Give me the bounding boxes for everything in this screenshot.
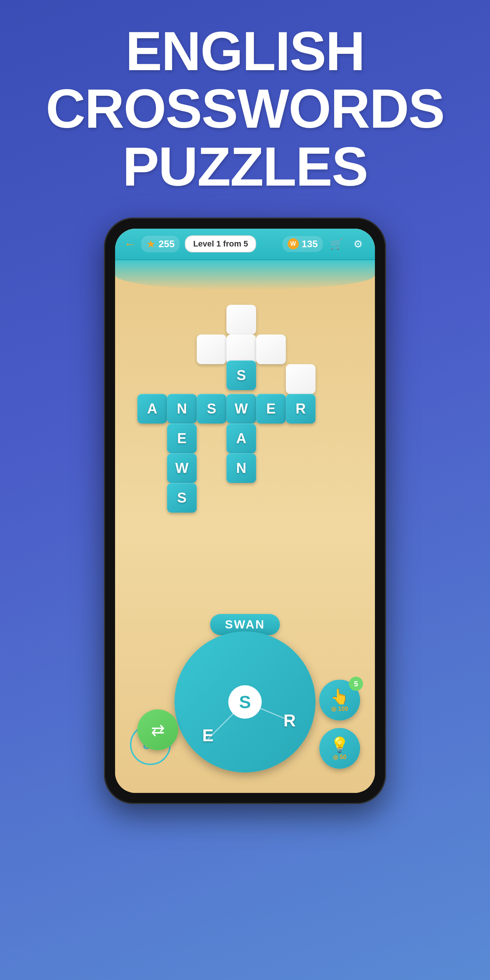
- wheel-center-letter: S: [228, 685, 262, 719]
- cell-e: E: [256, 394, 286, 423]
- coin-icon: W: [288, 238, 299, 250]
- blank-cell-1: [197, 334, 226, 364]
- title-section: ENGLISH CROSSWORDS PUZZLES: [0, 0, 490, 210]
- back-button[interactable]: ←: [124, 237, 136, 251]
- hand-icon: 👆: [330, 688, 349, 705]
- wheel-letter-r[interactable]: R: [275, 706, 304, 735]
- coins-count: 135: [302, 238, 318, 250]
- stars-count: 255: [159, 238, 175, 250]
- refresh-button[interactable]: ⇄: [137, 710, 178, 750]
- hint2-cost-text: ◎ 50: [333, 754, 346, 760]
- cell-r: R: [286, 394, 315, 423]
- crossword-grid: S A N S W E R E W S A N: [137, 283, 353, 490]
- level-badge: Level 1 from 5: [185, 235, 256, 253]
- hint-cost-badge: 5: [349, 677, 363, 691]
- blank-cell-top: [226, 305, 256, 334]
- cell-s3: S: [167, 483, 197, 513]
- letter-wheel[interactable]: S E R: [175, 632, 315, 773]
- header-right: W 135 🛒 ⚙: [283, 236, 366, 252]
- cell-n2: N: [226, 453, 256, 483]
- settings-button[interactable]: ⚙: [350, 236, 366, 252]
- cell-a2: A: [226, 423, 256, 453]
- cell-n: N: [167, 394, 197, 423]
- stars-badge: ★ 255: [141, 236, 180, 253]
- header-left: ← ★ 255 Level 1 from 5: [124, 235, 256, 253]
- cell-e2: E: [167, 423, 197, 453]
- cell-w: W: [226, 394, 256, 423]
- phone-wrapper: ← ★ 255 Level 1 from 5 W 135 🛒 ⚙: [0, 218, 490, 804]
- cell-s-above: S: [226, 360, 256, 390]
- game-area: S A N S W E R E W S A N: [115, 260, 375, 793]
- blank-cell-3: [256, 334, 286, 364]
- wheel-letter-e[interactable]: E: [193, 721, 223, 750]
- crossword-container: S A N S W E R E W S A N: [137, 283, 353, 490]
- lightbulb-icon: 💡: [330, 736, 349, 754]
- game-header: ← ★ 255 Level 1 from 5 W 135 🛒 ⚙: [115, 229, 375, 260]
- phone-screen: ← ★ 255 Level 1 from 5 W 135 🛒 ⚙: [115, 229, 375, 793]
- coins-badge: W 135: [283, 236, 323, 252]
- cell-s-answer: S: [197, 394, 226, 423]
- main-title: ENGLISH CROSSWORDS PUZZLES: [15, 22, 475, 195]
- hint-button-1[interactable]: 5 👆 ◎ 100: [319, 680, 360, 721]
- cell-w2: W: [167, 453, 197, 483]
- blank-cell-4: [286, 364, 315, 394]
- phone-device: ← ★ 255 Level 1 from 5 W 135 🛒 ⚙: [104, 218, 386, 804]
- cell-a: A: [137, 394, 167, 423]
- cart-button[interactable]: 🛒: [328, 236, 345, 252]
- refresh-icon: ⇄: [151, 721, 165, 740]
- star-icon: ★: [146, 238, 156, 250]
- hint-cost-text: ◎ 100: [331, 705, 348, 712]
- hint-button-2[interactable]: 💡 ◎ 50: [319, 728, 360, 769]
- blank-cell-2: [226, 334, 256, 364]
